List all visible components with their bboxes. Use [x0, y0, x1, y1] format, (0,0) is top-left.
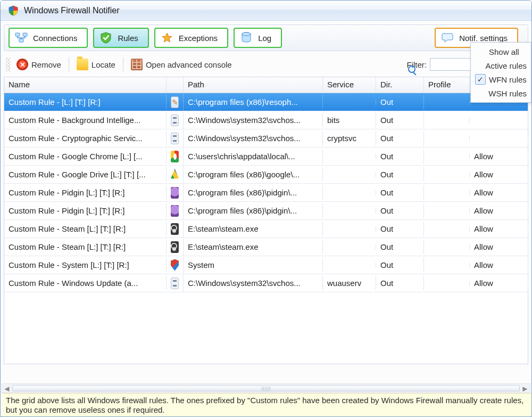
content-area: Connections Rules Exceptions Log Notif. … [1, 21, 531, 416]
svg-rect-2 [19, 39, 23, 42]
toolbar-separator [123, 58, 123, 71]
cell-profile [424, 208, 470, 214]
filter-menu-item[interactable]: ✓WFN rules [472, 72, 530, 86]
cell-dir: Out [376, 240, 424, 254]
tab-exceptions[interactable]: Exceptions [154, 28, 228, 48]
filter-menu-item[interactable]: Show all [472, 45, 530, 59]
pencil-icon [171, 96, 179, 108]
cell-service [323, 154, 376, 159]
grid-body: Custom Rule - [L:] [T:] [R:]C:\program f… [4, 93, 528, 292]
cell-action: Allow [470, 240, 528, 254]
cell-name: Custom Rule - Pidgin [L:] [T:] [R:] [4, 185, 167, 200]
cell-service [323, 244, 376, 250]
tab-log[interactable]: Log [234, 28, 282, 48]
cell-dir: Out [376, 113, 424, 127]
cell-path: E:\steam\steam.exe [184, 222, 323, 236]
cell-action [470, 136, 528, 141]
table-row[interactable]: Custom Rule - Steam [L:] [T:] [R:]E:\ste… [4, 220, 528, 238]
col-header-path[interactable]: Path [184, 77, 323, 93]
toolbar-grip-icon [6, 58, 10, 71]
grid-header: Name Path Service Dir. Profile [4, 77, 528, 93]
cell-name: Custom Rule - Google Chrome [L:] [... [4, 149, 167, 163]
cell-path: C:\Windows\system32\svchos... [184, 276, 323, 290]
cell-path: C:\users\chris\appdata\local\... [184, 149, 323, 163]
cell-icon [167, 148, 184, 165]
cell-dir: Out [376, 203, 424, 218]
svc-icon [171, 133, 179, 144]
cell-icon [167, 94, 184, 111]
scroll-left-arrow-icon[interactable]: ◄ [2, 384, 12, 393]
cell-profile [424, 226, 470, 232]
cell-path: C:\Windows\system32\svchos... [184, 131, 323, 145]
check-icon [475, 60, 482, 71]
table-row[interactable]: Custom Rule - Pidgin [L:] [T:] [R:]C:\pr… [4, 184, 528, 202]
table-row[interactable]: Custom Rule - Google Drive [L:] [T:] [..… [4, 166, 528, 184]
cell-service: cryptsvc [323, 131, 376, 145]
cell-profile [424, 172, 470, 177]
cell-dir: Out [376, 167, 424, 182]
locate-button[interactable]: Locate [72, 57, 120, 72]
rules-icon [99, 32, 112, 44]
scroll-right-arrow-icon[interactable]: ► [520, 384, 530, 393]
filter-menu-item[interactable]: WSH rules [472, 86, 530, 100]
tab-rules-label: Rules [118, 34, 138, 43]
main-tabs: Connections Rules Exceptions Log Notif. … [4, 24, 528, 51]
check-icon: ✓ [475, 74, 486, 85]
firewall-icon [131, 59, 143, 70]
cell-icon [167, 112, 184, 129]
remove-button[interactable]: Remove [12, 57, 65, 72]
remove-label: Remove [31, 60, 61, 69]
advanced-label: Open advanced console [146, 60, 232, 69]
cell-icon [167, 220, 184, 238]
cell-path: C:\program files (x86)\pidgin\... [184, 203, 323, 218]
cell-profile [424, 118, 470, 123]
cell-dir: Out [376, 222, 424, 236]
col-header-profile[interactable]: Profile [424, 77, 470, 93]
table-row[interactable]: Custom Rule - Windows Update (a...C:\Win… [4, 274, 528, 292]
toolbar-separator [69, 58, 69, 71]
filter-menu-item[interactable]: Active rules [472, 59, 530, 72]
cell-path: System [184, 258, 323, 272]
cell-dir: Out [376, 258, 424, 272]
table-row[interactable]: Custom Rule - Cryptographic Servic...C:\… [4, 129, 528, 148]
cell-dir: Out [376, 131, 424, 145]
table-row[interactable]: Custom Rule - Pidgin [L:] [T:] [R:]C:\pr… [4, 202, 528, 220]
shield-icon [171, 259, 179, 271]
cell-name: Custom Rule - Windows Update (a... [4, 276, 167, 290]
cell-action: Allow [470, 222, 528, 236]
table-row[interactable]: Custom Rule - Google Chrome [L:] [...C:\… [4, 148, 528, 166]
cell-action [470, 118, 528, 123]
col-header-service[interactable]: Service [323, 77, 376, 93]
col-header-icon[interactable] [167, 77, 184, 93]
col-header-dir[interactable]: Dir. [376, 77, 424, 93]
open-advanced-button[interactable]: Open advanced console [127, 57, 236, 72]
cell-service: wuauserv [323, 276, 376, 290]
cell-icon [167, 166, 184, 183]
cell-dir: Out [376, 276, 424, 290]
cell-profile [424, 136, 470, 141]
col-header-name[interactable]: Name [4, 77, 167, 93]
horizontal-scrollbar[interactable]: ◄ ► [2, 383, 530, 393]
table-row[interactable]: Custom Rule - [L:] [T:] [R:]C:\program f… [4, 93, 528, 111]
table-row[interactable]: Custom Rule - System [L:] [T:] [R:]Syste… [4, 256, 528, 274]
tab-connections[interactable]: Connections [9, 28, 88, 48]
cell-service [323, 263, 376, 268]
cell-profile [424, 100, 470, 105]
scroll-thumb[interactable] [12, 385, 520, 391]
tab-rules[interactable]: Rules [93, 28, 148, 48]
cell-profile [424, 281, 470, 286]
cell-service: bits [323, 113, 376, 127]
cell-dir: Out [376, 149, 424, 163]
cell-profile [424, 244, 470, 250]
filter-menu: Show allActive rules✓WFN rulesWSH rules [470, 42, 531, 103]
filter-menu-label: WFN rules [489, 75, 527, 84]
chrome-icon [171, 151, 179, 162]
notif-icon [441, 32, 454, 44]
cell-dir: Out [376, 185, 424, 200]
cell-action: Allow [470, 203, 528, 218]
cell-service [323, 100, 376, 105]
cell-action: Allow [470, 276, 528, 290]
tab-log-label: Log [258, 34, 271, 43]
table-row[interactable]: Custom Rule - Background Intellige...C:\… [4, 111, 528, 129]
table-row[interactable]: Custom Rule - Steam [L:] [T:] [R:]E:\ste… [4, 238, 528, 256]
